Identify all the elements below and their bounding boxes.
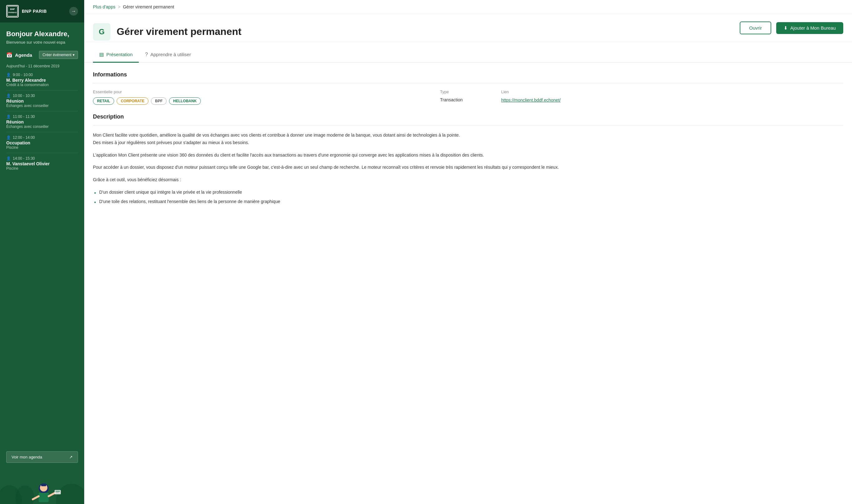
agenda-item-time: 👤 9:00 - 10:00	[6, 73, 78, 77]
app-title: Gérer virement permanent	[116, 26, 241, 37]
brand-name: BNP PARIB	[22, 9, 47, 14]
meeting-icon: 👤	[6, 136, 11, 140]
greeting-title: Bonjour Alexandre,	[6, 30, 78, 38]
tabs-bar: ▤ Présentation ? Apprendre à utiliser	[84, 47, 852, 63]
svg-rect-14	[55, 491, 60, 491]
tab-presentation[interactable]: ▤ Présentation	[93, 47, 139, 63]
agenda-item-subtitle: Piscine	[6, 145, 78, 150]
description-paragraph: Pour accéder à un dossier, vous disposez…	[93, 164, 843, 171]
informations-title: Informations	[93, 71, 843, 78]
sidebar-header: BNP PARIBAS BNP PARIB →	[0, 0, 84, 22]
learn-tab-label: Apprendre à utiliser	[150, 52, 191, 57]
tab-learn[interactable]: ? Apprendre à utiliser	[139, 47, 197, 63]
tag-retail: RETAIL	[93, 97, 114, 105]
bnp-logo: BNP PARIBAS	[6, 5, 19, 17]
agenda-date: Aujourd'hui - 11 décembre 2019	[0, 61, 84, 70]
main-content: Plus d'apps > Gérer virement permanent G…	[84, 0, 852, 504]
svg-rect-15	[55, 492, 59, 493]
agenda-item[interactable]: 👤 9:00 - 10:00 M. Berry Alexandre Crédit…	[6, 70, 78, 90]
tag-corporate: CORPORATE	[116, 97, 148, 105]
svg-text:BNP: BNP	[10, 8, 15, 10]
create-event-button[interactable]: Créer événement ▾	[39, 51, 78, 59]
tag-hellobank: HELLOBANK	[169, 97, 201, 105]
bullet-list: D'un dossier client unique qui intègre l…	[93, 189, 843, 205]
link-column: Lien https://monclient.bddf.echonet/	[501, 90, 843, 105]
agenda-item-title: Réunion	[6, 120, 78, 124]
type-value: Transaction	[440, 97, 496, 102]
calendar-icon: 📅	[6, 52, 13, 58]
meeting-icon: 👤	[6, 114, 11, 119]
presentation-tab-label: Présentation	[106, 52, 132, 57]
agenda-item-subtitle: Échanges avec conseiller	[6, 104, 78, 108]
description-paragraph: Mon Client facilite votre quotidien, amé…	[93, 132, 843, 147]
svg-rect-12	[41, 484, 46, 486]
greeting-subtitle: Bienvenue sur votre nouvel espa	[6, 40, 78, 44]
agenda-item-subtitle: Échanges avec conseiller	[6, 124, 78, 129]
essential-column: Essentielle pour RETAILCORPORATEBPFHELLO…	[93, 90, 435, 105]
breadcrumb: Plus d'apps > Gérer virement permanent	[84, 0, 852, 14]
svg-text:PARIBAS: PARIBAS	[8, 12, 17, 13]
info-grid: Essentielle pour RETAILCORPORATEBPFHELLO…	[93, 90, 843, 105]
app-header: G Gérer virement permanent Ouvrir ⬇ Ajou…	[84, 14, 852, 42]
agenda-list: 👤 9:00 - 10:00 M. Berry Alexandre Crédit…	[0, 70, 84, 448]
description-divider	[93, 125, 843, 125]
bullet-item: D'une toile des relations, restituant l'…	[93, 198, 843, 205]
informations-divider	[93, 83, 843, 83]
description-paragraph: Grâce à cet outil, vous bénéficiez désor…	[93, 176, 843, 184]
app-icon: G	[93, 23, 110, 40]
agenda-item-time: 👤 12:00 - 14:00	[6, 136, 78, 140]
create-event-label: Créer événement	[42, 53, 71, 57]
sidebar-illustration	[0, 467, 84, 504]
external-link-icon: ↗	[69, 455, 73, 460]
app-actions: Ouvrir ⬇ Ajouter à Mon Bureau	[740, 21, 843, 42]
view-agenda-label: Voir mon agenda	[12, 455, 42, 460]
tag-bpf: BPF	[151, 97, 166, 105]
breadcrumb-separator: >	[118, 4, 120, 10]
agenda-item[interactable]: 👤 11:00 - 11:30 Réunion Échanges avec co…	[6, 111, 78, 132]
sidebar: BNP PARIBAS BNP PARIB → Bonjour Alexandr…	[0, 0, 84, 504]
svg-rect-8	[39, 493, 49, 502]
agenda-item-time: 👤 11:00 - 11:30	[6, 114, 78, 119]
agenda-item-title: M. Berry Alexandre	[6, 78, 78, 83]
meeting-icon: 👤	[6, 73, 11, 77]
view-agenda-button[interactable]: Voir mon agenda ↗	[6, 451, 78, 463]
meeting-icon: 👤	[6, 93, 11, 98]
description-paragraph: L'application Mon Client présente une vi…	[93, 151, 843, 159]
description-title: Description	[93, 113, 843, 120]
sidebar-collapse-button[interactable]: →	[69, 7, 78, 16]
agenda-item-title: Réunion	[6, 98, 78, 104]
description-section: Description Mon Client facilite votre qu…	[93, 113, 843, 205]
agenda-item[interactable]: 👤 12:00 - 14:00 Occupation Piscine	[6, 132, 78, 153]
type-label: Type	[440, 90, 496, 94]
description-paragraphs: Mon Client facilite votre quotidien, amé…	[93, 132, 843, 184]
greeting-section: Bonjour Alexandre, Bienvenue sur votre n…	[0, 22, 84, 48]
agenda-item-title: Occupation	[6, 140, 78, 145]
link-label: Lien	[501, 90, 843, 94]
add-to-bureau-button[interactable]: ⬇ Ajouter à Mon Bureau	[776, 22, 843, 34]
bullet-item: D'un dossier client unique qui intègre l…	[93, 189, 843, 196]
presentation-tab-icon: ▤	[99, 52, 104, 57]
breadcrumb-link[interactable]: Plus d'apps	[93, 4, 115, 10]
dropdown-chevron-icon: ▾	[73, 53, 74, 57]
content-area: Informations Essentielle pour RETAILCORP…	[84, 63, 852, 504]
info-link[interactable]: https://monclient.bddf.echonet/	[501, 97, 561, 103]
essential-label: Essentielle pour	[93, 90, 435, 94]
add-to-bureau-label: Ajouter à Mon Bureau	[790, 25, 836, 31]
learn-tab-icon: ?	[145, 52, 148, 57]
app-title-row: G Gérer virement permanent	[93, 23, 241, 40]
agenda-item-time: 👤 14:00 - 15:30	[6, 156, 78, 161]
type-column: Type Transaction	[440, 90, 496, 105]
meeting-icon: 👤	[6, 156, 11, 161]
open-button[interactable]: Ouvrir	[740, 21, 771, 34]
agenda-item-subtitle: Crédit à la consommation	[6, 83, 78, 87]
agenda-item[interactable]: 👤 14:00 - 15:30 M. Vanstaevel Olivier Pi…	[6, 153, 78, 174]
tag-row: RETAILCORPORATEBPFHELLOBANK	[93, 97, 435, 105]
informations-section: Informations Essentielle pour RETAILCORP…	[93, 71, 843, 105]
agenda-header: 📅 Agenda Créer événement ▾	[0, 48, 84, 61]
agenda-item-time: 👤 10:00 - 10:30	[6, 93, 78, 98]
svg-rect-0	[7, 6, 18, 17]
agenda-item[interactable]: 👤 10:00 - 10:30 Réunion Échanges avec co…	[6, 90, 78, 111]
arrow-icon: →	[71, 8, 76, 14]
svg-point-5	[16, 485, 34, 504]
svg-line-10	[49, 493, 55, 496]
